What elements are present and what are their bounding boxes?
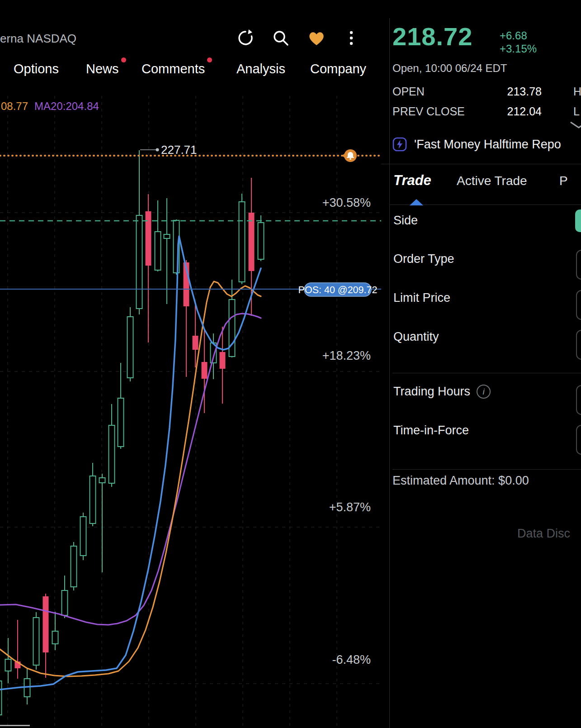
low-label-partial: L	[573, 105, 580, 118]
tab-comments[interactable]: Comments	[142, 62, 205, 76]
alert-bell-icon[interactable]	[342, 149, 357, 162]
tab-trade[interactable]: Trade	[393, 172, 431, 189]
divider	[381, 164, 581, 164]
estimated-amount: Estimated Amount: $0.00	[392, 474, 529, 488]
active-tab-indicator	[410, 199, 423, 205]
time-in-force-select[interactable]	[576, 425, 581, 455]
limit-price-input[interactable]	[576, 290, 581, 320]
news-ticker-row[interactable]: 'Fast Money Halftime Repo	[392, 137, 561, 152]
symbol-title-partial: erna NASDAQ	[0, 32, 76, 46]
news-ticker-text: 'Fast Money Halftime Repo	[414, 138, 561, 152]
svg-text:POS: 40 @209.72: POS: 40 @209.72	[298, 285, 378, 295]
symbol-tab-bar: Options News Comments Analysis Company	[0, 62, 381, 81]
data-disclaimer-link[interactable]: Data Disc	[517, 527, 570, 541]
buy-button[interactable]	[575, 209, 581, 232]
side-label: Side	[393, 214, 418, 228]
svg-text:+18.23%: +18.23%	[322, 349, 371, 362]
ma-indicator-readout: 08.77MA20:204.84	[1, 100, 99, 113]
chevron-down-icon[interactable]	[569, 119, 581, 130]
trading-hours-label: Trading Hoursi	[393, 385, 491, 399]
tab-analysis[interactable]: Analysis	[236, 62, 285, 76]
price-change: +6.68 +3.15%	[500, 29, 537, 55]
divider	[392, 469, 581, 470]
tab-positions-partial[interactable]: P	[559, 174, 568, 188]
open-label: OPEN	[392, 85, 425, 98]
info-icon[interactable]: i	[477, 385, 491, 399]
svg-text:227.71: 227.71	[161, 143, 197, 157]
session-status: Open, 10:00 06/24 EDT	[392, 62, 507, 75]
favorite-heart-icon[interactable]	[307, 28, 326, 48]
prevclose-label: PREV CLOSE	[392, 105, 465, 118]
svg-text:+5.87%: +5.87%	[329, 500, 371, 514]
quantity-input[interactable]	[576, 330, 581, 360]
ma20-value: MA20:204.84	[34, 100, 99, 112]
quantity-label: Quantity	[393, 330, 439, 344]
tab-active-trade[interactable]: Active Trade	[457, 174, 527, 188]
time-in-force-label: Time-in-Force	[393, 423, 469, 438]
comments-badge-dot	[207, 57, 212, 62]
open-value: 213.78	[507, 85, 542, 98]
svg-text:-6.48%: -6.48%	[332, 653, 371, 666]
news-flash-icon	[392, 137, 407, 152]
ma10-value-partial: 08.77	[1, 100, 28, 112]
bottom-edge-indicator	[0, 725, 30, 726]
svg-text:+30.58%: +30.58%	[322, 196, 371, 209]
change-percent: +3.15%	[500, 42, 537, 55]
search-icon[interactable]	[271, 28, 291, 48]
tab-options[interactable]: Options	[14, 62, 59, 76]
panel-divider	[389, 18, 390, 728]
news-badge-dot	[121, 57, 126, 62]
change-value: +6.68	[500, 29, 537, 42]
tab-news[interactable]: News	[86, 62, 119, 76]
prevclose-value: 212.04	[507, 105, 542, 118]
quote-row-prevclose: PREV CLOSE 212.04	[392, 105, 542, 118]
kebab-menu-icon[interactable]	[341, 28, 361, 48]
high-label-partial: H	[573, 85, 581, 98]
order-type-select[interactable]	[576, 250, 581, 280]
order-type-label: Order Type	[393, 252, 454, 266]
trading-hours-select[interactable]	[576, 385, 581, 415]
last-price: 218.72	[392, 22, 472, 51]
quote-row-open: OPEN 213.78	[392, 85, 542, 98]
limit-price-label: Limit Price	[393, 291, 450, 305]
refresh-icon[interactable]	[236, 28, 255, 48]
tab-company[interactable]: Company	[310, 62, 366, 76]
divider	[392, 373, 581, 373]
